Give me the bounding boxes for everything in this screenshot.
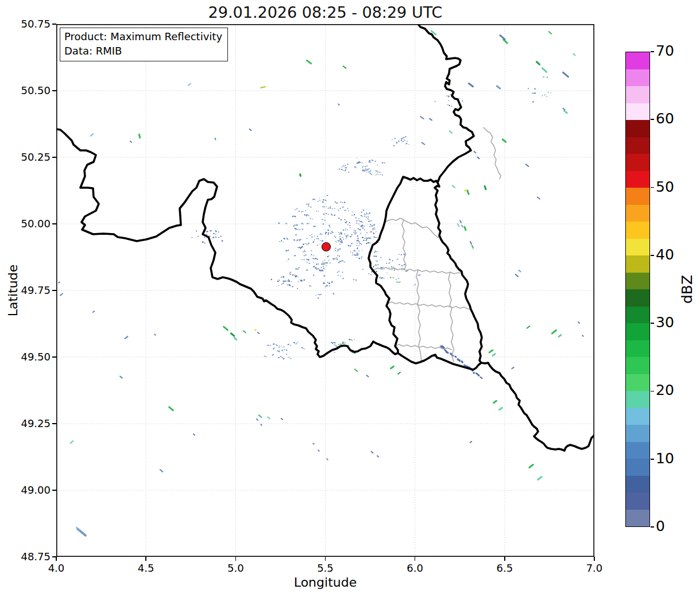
colorbar-tick-label: 0 [656,518,665,534]
colorbar-tick-label: 50 [656,179,674,195]
y-tick-mark [52,356,56,358]
x-tick-label: 4.0 [36,562,76,574]
radar-figure-page: { "title": "29.01.2026 08:25 - 08:29 UTC… [0,0,700,597]
info-datasource-line: Data: RMIB [64,44,222,59]
info-box: Product: Maximum Reflectivity Data: RMIB [60,28,228,61]
colorbar-band [626,86,649,103]
colorbar-band [626,357,649,374]
colorbar-band [626,52,649,69]
colorbar-band [626,374,649,391]
radar-site-marker [322,243,331,251]
colorbar-band [626,510,649,527]
y-tick-mark [52,157,56,158]
x-tick-mark [504,557,505,561]
colorbar-tick-label: 70 [656,42,674,59]
colorbar-band [626,120,649,137]
y-tick-mark [52,90,56,91]
colorbar-tick-label: 40 [656,246,674,263]
colorbar-band [626,69,649,87]
x-axis-label: Longitude [56,575,594,590]
y-tick-label: 48.75 [7,551,51,563]
y-axis-label: Latitude [6,265,20,317]
colorbar-band [626,255,649,273]
grid-layer [56,24,594,557]
x-tick-mark [415,557,416,561]
colorbar-band [626,239,649,256]
x-tick-mark [145,557,146,561]
y-tick-label: 50.00 [7,218,51,230]
colorbar-band [626,408,649,425]
y-tick-label: 49.00 [7,484,51,496]
colorbar-band [626,307,649,324]
y-tick-label: 49.50 [7,351,51,363]
colorbar-band [626,459,649,476]
x-tick-label: 5.0 [215,562,256,574]
colorbar-band [626,273,649,290]
y-tick-mark [52,556,56,557]
colorbar-tick-mark [651,391,654,392]
colorbar [625,52,650,527]
map-plot [56,24,594,557]
colorbar-tick-mark [651,187,654,188]
colorbar-band [626,442,649,459]
colorbar-band [626,340,649,358]
colorbar-band [626,137,649,154]
colorbar-tick-label: 20 [656,382,674,398]
colorbar-band [626,188,649,205]
colorbar-tick-mark [651,526,654,528]
y-tick-mark [52,24,56,25]
x-tick-mark [325,557,326,561]
colorbar-band [626,391,649,408]
x-tick-label: 7.0 [574,562,614,574]
y-tick-label: 49.25 [7,417,51,429]
y-tick-label: 50.75 [7,18,51,30]
colorbar-band [626,222,649,239]
colorbar-tick-mark [651,51,654,52]
y-tick-mark [52,490,56,491]
x-tick-label: 6.5 [485,562,525,574]
info-product-line: Product: Maximum Reflectivity [64,30,222,44]
colorbar-band [626,323,649,340]
x-tick-mark [594,557,595,561]
colorbar-tick-label: 30 [656,314,674,331]
colorbar-tick-mark [651,323,654,324]
colorbar-tick-mark [651,119,654,120]
y-tick-label: 50.50 [7,84,51,96]
radar-map-canvas [56,24,594,557]
y-tick-label: 50.25 [7,151,51,163]
colorbar-band [626,205,649,222]
colorbar-band [626,476,649,493]
colorbar-band [626,171,649,188]
colorbar-band [626,103,649,121]
colorbar-label: dBZ [679,275,695,304]
y-tick-mark [52,423,56,424]
y-tick-mark [52,290,56,291]
x-tick-label: 4.5 [126,562,166,574]
echo-layer [58,30,584,537]
colorbar-tick-mark [651,255,654,256]
colorbar-band [626,289,649,307]
figure-title: 29.01.2026 08:25 - 08:29 UTC [0,3,651,21]
x-tick-label: 6.0 [395,562,435,574]
x-tick-mark [56,557,57,561]
colorbar-band [626,493,649,510]
y-tick-mark [52,223,56,224]
colorbar-band [626,425,649,442]
colorbar-tick-mark [651,459,654,460]
x-tick-label: 5.5 [305,562,346,574]
colorbar-tick-label: 10 [656,450,674,467]
colorbar-tick-label: 60 [656,110,674,127]
x-tick-mark [235,557,237,561]
colorbar-band [626,154,649,171]
